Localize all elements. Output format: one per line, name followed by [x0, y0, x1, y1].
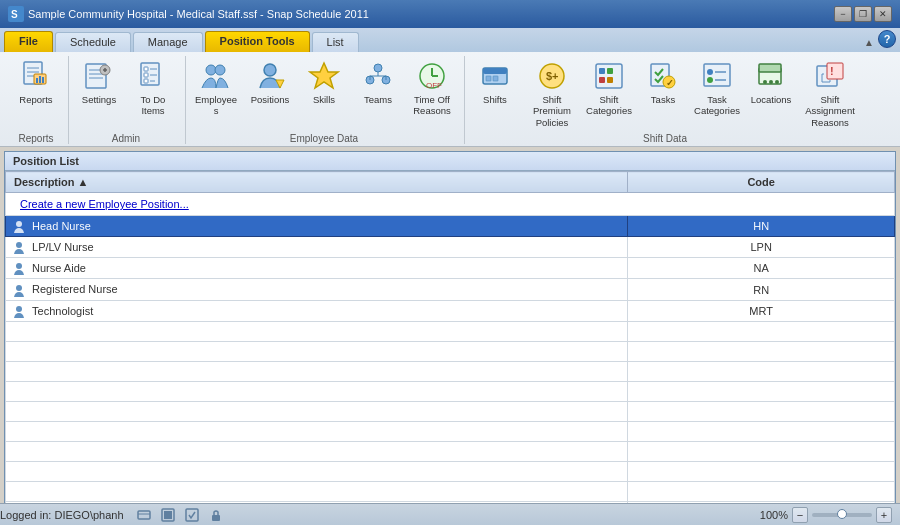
skills-icon: [308, 60, 340, 92]
tasks-button[interactable]: ✓ Tasks: [637, 56, 689, 108]
ribbon-content: Reports Reports Settings To Do Items Adm…: [0, 52, 900, 147]
svg-rect-45: [596, 64, 622, 88]
svg-point-23: [215, 65, 225, 75]
tab-manage[interactable]: Manage: [133, 32, 203, 52]
svg-point-54: [707, 69, 713, 75]
table-row[interactable]: Nurse Aide NA: [6, 258, 895, 279]
create-position-link[interactable]: Create a new Employee Position...: [12, 195, 888, 213]
table-row[interactable]: Registered Nurse RN: [6, 279, 895, 300]
settings-icon: [83, 60, 115, 92]
svg-point-27: [374, 64, 382, 72]
shiftassignment-button[interactable]: ! Shift Assignment Reasons: [799, 56, 861, 131]
zoom-level: 100%: [760, 509, 788, 521]
zoom-in-button[interactable]: +: [876, 507, 892, 523]
settings-label: Settings: [82, 94, 116, 105]
zoom-slider[interactable]: [812, 513, 872, 517]
locations-button[interactable]: Locations: [745, 56, 797, 108]
teams-button[interactable]: Teams: [352, 56, 404, 108]
employees-button[interactable]: Employees: [190, 56, 242, 120]
svg-rect-17: [144, 73, 148, 77]
row-description: Nurse Aide: [32, 262, 86, 274]
svg-rect-8: [39, 76, 41, 83]
close-button[interactable]: ✕: [874, 6, 892, 22]
restore-button[interactable]: ❐: [854, 6, 872, 22]
main-area: Position List Description ▲ Code: [0, 147, 900, 525]
svg-rect-16: [144, 67, 148, 71]
reports-group-label: Reports: [10, 131, 62, 144]
shiftpremium-button[interactable]: $+ Shift Premium Policies: [523, 56, 581, 131]
table-row[interactable]: Head Nurse HN: [6, 216, 895, 237]
positions-button[interactable]: Positions: [244, 56, 296, 108]
empty-row: [6, 401, 895, 421]
svg-rect-71: [138, 511, 150, 519]
svg-point-60: [763, 80, 767, 84]
svg-point-66: [16, 221, 22, 227]
positions-icon: [254, 60, 286, 92]
empty-row: [6, 461, 895, 481]
tab-file[interactable]: File: [4, 31, 53, 52]
tab-position-tools[interactable]: Position Tools: [205, 31, 310, 52]
svg-point-55: [707, 77, 713, 83]
shiftcategories-icon: [593, 60, 625, 92]
locations-icon: [755, 60, 787, 92]
svg-point-68: [16, 263, 22, 269]
taskcategories-label: Task Categories: [694, 94, 740, 117]
table-row[interactable]: LP/LV Nurse LPN: [6, 237, 895, 258]
collapse-ribbon-btn[interactable]: ▲: [864, 37, 874, 48]
svg-rect-7: [36, 78, 38, 83]
shiftcategories-button[interactable]: Shift Categories: [583, 56, 635, 120]
svg-rect-48: [599, 77, 605, 83]
svg-rect-74: [164, 511, 172, 519]
shiftassignment-icon: !: [814, 60, 846, 92]
minimize-button[interactable]: −: [834, 6, 852, 22]
svg-rect-40: [483, 68, 507, 74]
ribbon-group-employee-data-items: Employees Positions Skills Teams: [190, 56, 458, 131]
taskcategories-button[interactable]: Task Categories: [691, 56, 743, 120]
svg-text:OFF: OFF: [426, 81, 442, 90]
svg-rect-49: [607, 77, 613, 83]
skills-button[interactable]: Skills: [298, 56, 350, 108]
title-bar-controls: − ❐ ✕: [834, 6, 892, 22]
table-row[interactable]: Technologist MRT: [6, 300, 895, 321]
reports-button[interactable]: Reports: [10, 56, 62, 108]
todo-button[interactable]: To Do Items: [127, 56, 179, 120]
timeoff-button[interactable]: OFF Time Off Reasons: [406, 56, 458, 120]
svg-point-67: [16, 242, 22, 248]
teams-label: Teams: [364, 94, 392, 105]
settings-button[interactable]: Settings: [73, 56, 125, 108]
taskcategories-icon: [701, 60, 733, 92]
row-code: NA: [628, 258, 895, 279]
empty-row: [6, 341, 895, 361]
zoom-out-button[interactable]: −: [792, 507, 808, 523]
timeoff-label: Time Off Reasons: [409, 94, 455, 117]
svg-text:$+: $+: [546, 70, 559, 82]
svg-point-70: [16, 306, 22, 312]
tab-schedule[interactable]: Schedule: [55, 32, 131, 52]
help-button[interactable]: ?: [878, 30, 896, 48]
create-link-row: Create a new Employee Position...: [6, 193, 895, 216]
shift-data-group-label: Shift Data: [469, 131, 861, 144]
svg-rect-41: [486, 76, 491, 81]
svg-text:S: S: [11, 9, 18, 20]
status-icon-lock: [208, 507, 224, 523]
title-bar-left: S Sample Community Hospital - Medical St…: [8, 6, 369, 22]
zoom-thumb[interactable]: [837, 509, 847, 519]
shifts-icon: [479, 60, 511, 92]
ribbon-group-shift-data-items: Shifts $+ Shift Premium Policies Shift C…: [469, 56, 861, 131]
svg-point-61: [769, 80, 773, 84]
svg-point-62: [775, 80, 779, 84]
empty-row: [6, 421, 895, 441]
positions-label: Positions: [251, 94, 290, 105]
title-bar: S Sample Community Hospital - Medical St…: [0, 0, 900, 28]
svg-point-24: [264, 64, 276, 76]
zoom-control: 100% − +: [760, 507, 892, 523]
tab-list[interactable]: List: [312, 32, 359, 52]
col-description[interactable]: Description ▲: [6, 172, 628, 193]
employees-label: Employees: [193, 94, 239, 117]
svg-rect-18: [144, 79, 148, 83]
col-code[interactable]: Code: [628, 172, 895, 193]
row-code: RN: [628, 279, 895, 300]
reports-icon: [20, 60, 52, 92]
teams-icon: [362, 60, 394, 92]
shifts-button[interactable]: Shifts: [469, 56, 521, 108]
